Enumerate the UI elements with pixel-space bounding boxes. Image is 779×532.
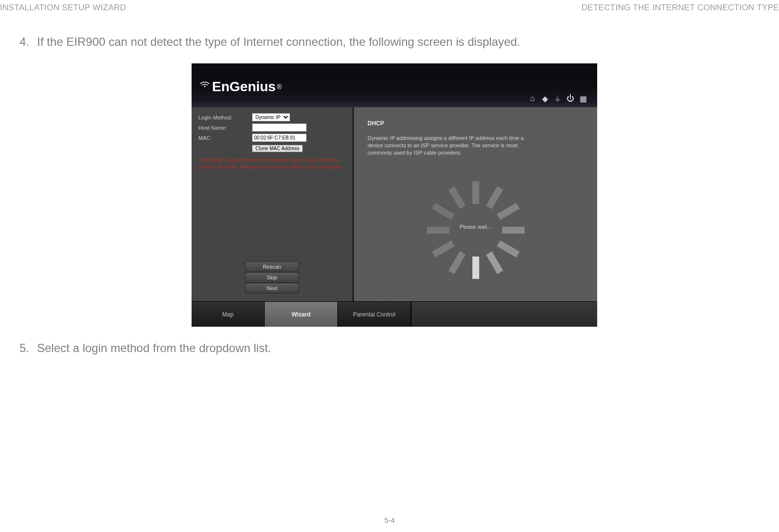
svg-point-0 (204, 86, 206, 87)
brand-text: EnGenius (212, 79, 276, 95)
login-method-select[interactable]: Dynamic IP (252, 113, 290, 121)
brand-reg: ® (277, 83, 282, 91)
wizard-warning: The Wizard cannot detect the Internet Ty… (198, 157, 346, 171)
step-4: 4. If the EIR900 can not detect the type… (19, 35, 769, 49)
step-5-text: Select a login method from the dropdown … (37, 341, 271, 355)
dhcp-description: Dynamic IP addressing assigns a differen… (368, 135, 538, 157)
login-method-label: Login Method: (198, 115, 249, 120)
router-screenshot: EnGenius ® ⌂ ◆ ⏚ ⏻ ▦ Login Method: Dynam… (192, 63, 597, 327)
tab-spacer (411, 302, 597, 327)
clone-mac-button[interactable]: Clone MAC Address (252, 145, 303, 152)
top-bar: EnGenius ® ⌂ ◆ ⏚ ⏻ ▦ (192, 63, 597, 107)
skip-button[interactable]: Skip (245, 272, 299, 283)
network-icon[interactable]: ◆ (541, 94, 549, 103)
bottom-tabs: Map Wizard Parental Control (192, 301, 597, 327)
host-name-input[interactable] (252, 123, 307, 132)
main-row: Login Method: Dynamic IP Host Name: MAC:… (192, 107, 597, 301)
dhcp-title: DHCP (368, 120, 584, 127)
step-4-text: If the EIR900 can not detect the type of… (37, 35, 520, 49)
wifi-icon (199, 79, 210, 88)
power-icon[interactable]: ⏻ (566, 94, 575, 103)
host-name-label: Host Name: (198, 125, 249, 131)
next-button[interactable]: Next (245, 283, 299, 294)
page-number: 5-4 (0, 516, 779, 524)
tab-wizard[interactable]: Wizard (265, 302, 338, 327)
top-icons: ⌂ ◆ ⏚ ⏻ ▦ (528, 94, 587, 103)
tab-map[interactable]: Map (192, 302, 265, 327)
loading-spinner: Please wait... (354, 178, 597, 276)
right-panel: DHCP Dynamic IP addressing assigns a dif… (352, 107, 597, 301)
brand-logo: EnGenius ® (201, 79, 282, 95)
header-left: INSTALLATION SETUP WIZARD (0, 3, 126, 13)
language-icon[interactable]: ▦ (579, 94, 587, 103)
home-icon[interactable]: ⌂ (528, 94, 537, 103)
step-4-number: 4. (19, 35, 32, 49)
step-5-number: 5. (19, 341, 32, 355)
rescan-button[interactable]: Rescan (245, 261, 299, 272)
mac-label: MAC: (198, 135, 249, 141)
tab-parental-control[interactable]: Parental Control (338, 302, 411, 327)
please-wait-text: Please wait... (460, 224, 491, 230)
step-5: 5. Select a login method from the dropdo… (19, 341, 769, 355)
mac-input[interactable] (252, 134, 307, 142)
header-right: DETECTING THE INTERNET CONNECTION TYPE (582, 3, 779, 13)
left-panel: Login Method: Dynamic IP Host Name: MAC:… (192, 107, 352, 301)
antenna-icon[interactable]: ⏚ (553, 94, 562, 103)
